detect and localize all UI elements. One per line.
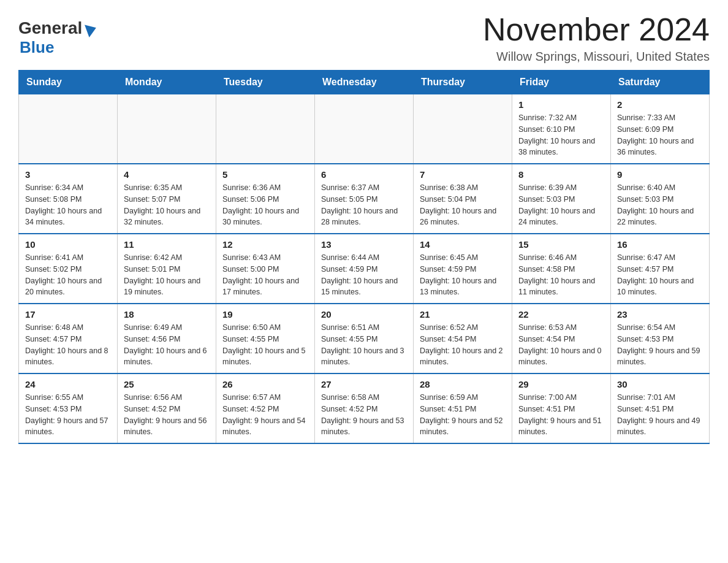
day-number: 12 (222, 239, 308, 250)
calendar-cell: 7Sunrise: 6:38 AMSunset: 5:04 PMDaylight… (414, 164, 512, 234)
calendar-cell: 23Sunrise: 6:54 AMSunset: 4:53 PMDayligh… (611, 304, 710, 373)
calendar-cell: 1Sunrise: 7:32 AMSunset: 6:10 PMDaylight… (512, 94, 611, 164)
day-info: Sunrise: 6:53 AMSunset: 4:54 PMDaylight:… (518, 322, 604, 368)
calendar-table: SundayMondayTuesdayWednesdayThursdayFrid… (18, 70, 710, 444)
calendar-cell: 22Sunrise: 6:53 AMSunset: 4:54 PMDayligh… (512, 304, 611, 373)
day-info: Sunrise: 6:40 AMSunset: 5:03 PMDaylight:… (617, 182, 703, 228)
day-info: Sunrise: 6:37 AMSunset: 5:05 PMDaylight:… (321, 182, 407, 228)
calendar-header-tuesday: Tuesday (216, 71, 315, 94)
month-title: November 2024 (483, 12, 710, 47)
day-info: Sunrise: 6:47 AMSunset: 4:57 PMDaylight:… (617, 252, 703, 298)
day-number: 25 (124, 379, 210, 389)
day-number: 18 (124, 309, 210, 320)
day-info: Sunrise: 6:45 AMSunset: 4:59 PMDaylight:… (420, 252, 506, 298)
title-section: November 2024 Willow Springs, Missouri, … (483, 12, 710, 64)
calendar-header-monday: Monday (118, 71, 216, 94)
day-number: 13 (321, 239, 407, 250)
logo-blue-container (83, 20, 104, 36)
calendar-cell: 8Sunrise: 6:39 AMSunset: 5:03 PMDaylight… (512, 164, 611, 234)
day-number: 28 (420, 379, 506, 389)
day-number: 11 (124, 239, 210, 250)
calendar-cell: 12Sunrise: 6:43 AMSunset: 5:00 PMDayligh… (216, 234, 315, 304)
day-info: Sunrise: 6:46 AMSunset: 4:58 PMDaylight:… (518, 252, 604, 298)
day-number: 17 (25, 309, 111, 320)
calendar-cell: 14Sunrise: 6:45 AMSunset: 4:59 PMDayligh… (414, 234, 512, 304)
day-info: Sunrise: 6:51 AMSunset: 4:55 PMDaylight:… (321, 322, 407, 368)
calendar-cell: 16Sunrise: 6:47 AMSunset: 4:57 PMDayligh… (611, 234, 710, 304)
day-info: Sunrise: 6:38 AMSunset: 5:04 PMDaylight:… (420, 182, 506, 228)
day-info: Sunrise: 6:43 AMSunset: 5:00 PMDaylight:… (222, 252, 308, 298)
day-info: Sunrise: 7:32 AMSunset: 6:10 PMDaylight:… (518, 112, 604, 158)
day-number: 2 (617, 99, 703, 110)
day-info: Sunrise: 6:58 AMSunset: 4:52 PMDaylight:… (321, 392, 407, 438)
day-number: 19 (222, 309, 308, 320)
calendar-cell: 11Sunrise: 6:42 AMSunset: 5:01 PMDayligh… (118, 234, 216, 304)
week-row-2: 3Sunrise: 6:34 AMSunset: 5:08 PMDaylight… (19, 164, 710, 234)
calendar-cell: 21Sunrise: 6:52 AMSunset: 4:54 PMDayligh… (414, 304, 512, 373)
day-info: Sunrise: 6:59 AMSunset: 4:51 PMDaylight:… (420, 392, 506, 438)
calendar-cell (216, 94, 315, 164)
day-number: 9 (617, 169, 703, 180)
calendar-cell: 18Sunrise: 6:49 AMSunset: 4:56 PMDayligh… (118, 304, 216, 373)
day-number: 30 (617, 379, 703, 389)
calendar-header-wednesday: Wednesday (315, 71, 414, 94)
calendar-cell: 28Sunrise: 6:59 AMSunset: 4:51 PMDayligh… (414, 373, 512, 443)
calendar-cell: 27Sunrise: 6:58 AMSunset: 4:52 PMDayligh… (315, 373, 414, 443)
day-info: Sunrise: 7:33 AMSunset: 6:09 PMDaylight:… (617, 112, 703, 158)
day-number: 1 (518, 99, 604, 110)
day-number: 6 (321, 169, 407, 180)
week-row-3: 10Sunrise: 6:41 AMSunset: 5:02 PMDayligh… (19, 234, 710, 304)
day-number: 29 (518, 379, 604, 389)
day-info: Sunrise: 6:56 AMSunset: 4:52 PMDaylight:… (124, 392, 210, 438)
day-number: 20 (321, 309, 407, 320)
day-info: Sunrise: 6:42 AMSunset: 5:01 PMDaylight:… (124, 252, 210, 298)
day-number: 22 (518, 309, 604, 320)
calendar-cell: 19Sunrise: 6:50 AMSunset: 4:55 PMDayligh… (216, 304, 315, 373)
calendar-cell (118, 94, 216, 164)
day-info: Sunrise: 6:55 AMSunset: 4:53 PMDaylight:… (25, 392, 111, 438)
week-row-5: 24Sunrise: 6:55 AMSunset: 4:53 PMDayligh… (19, 373, 710, 443)
week-row-1: 1Sunrise: 7:32 AMSunset: 6:10 PMDaylight… (19, 94, 710, 164)
logo-bottom: Blue (18, 38, 54, 57)
day-number: 24 (25, 379, 111, 389)
day-number: 3 (25, 169, 111, 180)
calendar-header-saturday: Saturday (611, 71, 710, 94)
day-info: Sunrise: 6:36 AMSunset: 5:06 PMDaylight:… (222, 182, 308, 228)
calendar-cell: 4Sunrise: 6:35 AMSunset: 5:07 PMDaylight… (118, 164, 216, 234)
location-subtitle: Willow Springs, Missouri, United States (483, 50, 710, 64)
day-info: Sunrise: 6:57 AMSunset: 4:52 PMDaylight:… (222, 392, 308, 438)
calendar-cell: 30Sunrise: 7:01 AMSunset: 4:51 PMDayligh… (611, 373, 710, 443)
day-number: 23 (617, 309, 703, 320)
calendar-cell: 2Sunrise: 7:33 AMSunset: 6:09 PMDaylight… (611, 94, 710, 164)
day-info: Sunrise: 6:34 AMSunset: 5:08 PMDaylight:… (25, 182, 111, 228)
calendar-cell: 6Sunrise: 6:37 AMSunset: 5:05 PMDaylight… (315, 164, 414, 234)
logo: General Blue (18, 15, 104, 57)
logo-triangle-icon (85, 19, 105, 37)
day-info: Sunrise: 6:54 AMSunset: 4:53 PMDaylight:… (617, 322, 703, 368)
day-number: 21 (420, 309, 506, 320)
calendar-cell: 25Sunrise: 6:56 AMSunset: 4:52 PMDayligh… (118, 373, 216, 443)
day-info: Sunrise: 6:39 AMSunset: 5:03 PMDaylight:… (518, 182, 604, 228)
week-row-4: 17Sunrise: 6:48 AMSunset: 4:57 PMDayligh… (19, 304, 710, 373)
calendar-header-thursday: Thursday (414, 71, 512, 94)
logo-blue-text: Blue (20, 38, 54, 57)
day-info: Sunrise: 6:35 AMSunset: 5:07 PMDaylight:… (124, 182, 210, 228)
day-number: 8 (518, 169, 604, 180)
calendar-cell: 3Sunrise: 6:34 AMSunset: 5:08 PMDaylight… (19, 164, 118, 234)
calendar-header-row: SundayMondayTuesdayWednesdayThursdayFrid… (19, 71, 710, 94)
calendar-cell: 13Sunrise: 6:44 AMSunset: 4:59 PMDayligh… (315, 234, 414, 304)
day-info: Sunrise: 6:52 AMSunset: 4:54 PMDaylight:… (420, 322, 506, 368)
day-number: 15 (518, 239, 604, 250)
calendar-cell: 5Sunrise: 6:36 AMSunset: 5:06 PMDaylight… (216, 164, 315, 234)
calendar-cell: 29Sunrise: 7:00 AMSunset: 4:51 PMDayligh… (512, 373, 611, 443)
day-number: 26 (222, 379, 308, 389)
calendar-cell: 9Sunrise: 6:40 AMSunset: 5:03 PMDaylight… (611, 164, 710, 234)
calendar-header-sunday: Sunday (19, 71, 118, 94)
day-info: Sunrise: 7:01 AMSunset: 4:51 PMDaylight:… (617, 392, 703, 438)
calendar-cell (19, 94, 118, 164)
day-number: 5 (222, 169, 308, 180)
logo-general-text: General (18, 18, 82, 38)
calendar-cell: 26Sunrise: 6:57 AMSunset: 4:52 PMDayligh… (216, 373, 315, 443)
calendar-cell: 24Sunrise: 6:55 AMSunset: 4:53 PMDayligh… (19, 373, 118, 443)
calendar-cell: 17Sunrise: 6:48 AMSunset: 4:57 PMDayligh… (19, 304, 118, 373)
